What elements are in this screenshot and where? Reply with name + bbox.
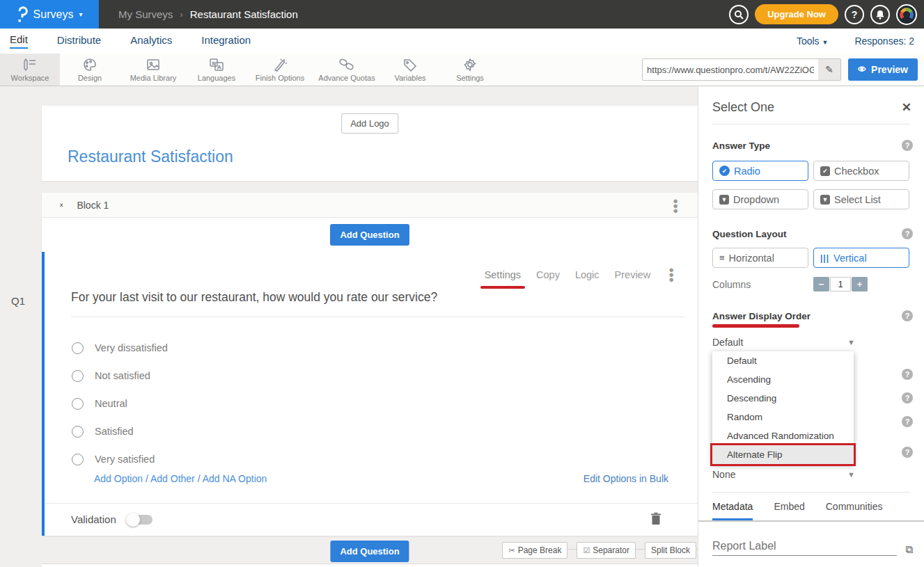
- help-icon[interactable]: ?: [845, 5, 864, 24]
- answer-type-radio-button[interactable]: ✔Radio: [712, 161, 808, 181]
- tab-communities[interactable]: Communities: [826, 501, 883, 520]
- columns-value-input[interactable]: [830, 277, 851, 292]
- edit-url-pencil-icon[interactable]: ✎: [818, 59, 840, 80]
- magic-wand-icon: [272, 58, 288, 72]
- add-logo-button[interactable]: Add Logo: [341, 113, 398, 134]
- user-avatar[interactable]: [896, 4, 917, 25]
- tools-dropdown[interactable]: Tools ▼: [797, 35, 829, 47]
- answer-display-order-help-icon[interactable]: ?: [902, 310, 913, 321]
- validation-toggle[interactable]: [127, 515, 152, 525]
- add-question-button-top[interactable]: Add Question: [330, 224, 409, 246]
- add-question-button-bottom[interactable]: Add Question: [330, 541, 409, 562]
- tab-analytics[interactable]: Analytics: [130, 34, 172, 48]
- answer-option-row: Neutral: [72, 390, 168, 417]
- columns-minus-button[interactable]: −: [813, 277, 829, 292]
- hidden-setting-help-icon[interactable]: ?: [902, 447, 913, 458]
- toolbar-item-languages[interactable]: xA Languages: [187, 54, 246, 86]
- upgrade-now-button[interactable]: Upgrade Now: [755, 4, 838, 24]
- expand-icon[interactable]: ⧉: [905, 543, 913, 556]
- tab-integration[interactable]: Integration: [201, 34, 251, 48]
- question-tab-logic[interactable]: Logic: [575, 269, 600, 280]
- dropdown-item-default[interactable]: Default: [712, 351, 854, 370]
- toolbar-item-finish-options[interactable]: Finish Options: [246, 54, 313, 86]
- tab-metadata[interactable]: Metadata: [712, 501, 753, 520]
- hidden-setting-help-icon[interactable]: ?: [902, 416, 913, 427]
- radio-check-icon: ✔: [719, 166, 730, 176]
- question-tab-settings[interactable]: Settings: [485, 269, 521, 280]
- answer-type-select-list-button[interactable]: ▼Select List: [813, 189, 909, 209]
- dropdown-item-advanced-randomization[interactable]: Advanced Randomization: [712, 426, 854, 445]
- collapse-block-icon[interactable]: ⌄⌃: [58, 200, 64, 210]
- notifications-bell-icon[interactable]: [870, 5, 890, 24]
- survey-url-box: ✎: [642, 58, 841, 81]
- split-block-button[interactable]: Split Block: [645, 542, 696, 559]
- toolbar-item-workspace[interactable]: Workspace: [0, 54, 60, 86]
- answer-display-order-select[interactable]: Default ▼: [712, 337, 855, 348]
- chevron-down-icon: ▼: [847, 338, 855, 346]
- close-panel-icon[interactable]: ✕: [902, 100, 911, 115]
- search-icon[interactable]: [729, 5, 749, 24]
- chevron-down-icon: ▾: [79, 10, 82, 18]
- brand-label: Surveys: [33, 8, 74, 21]
- radio-button-icon[interactable]: [72, 426, 84, 438]
- toolbar-item-settings[interactable]: Settings: [440, 54, 500, 86]
- radio-button-icon[interactable]: [72, 342, 84, 354]
- breadcrumb-current: Restaurant Satisfaction: [190, 8, 298, 20]
- chain-link-icon: [338, 58, 355, 72]
- gear-icon: [462, 58, 478, 72]
- chevron-down-icon: ▼: [847, 470, 855, 479]
- layout-horizontal-button[interactable]: ≡Horizontal: [712, 248, 808, 268]
- answer-type-checkbox-button[interactable]: ✔Checkbox: [813, 161, 909, 181]
- block-name[interactable]: Block 1: [77, 200, 109, 211]
- separator-button[interactable]: ☑Separator: [577, 542, 636, 559]
- answer-type-dropdown-button[interactable]: ▼Dropdown: [712, 189, 808, 209]
- none-select[interactable]: None ▼: [712, 469, 855, 480]
- question-menu-icon[interactable]: ●●●: [668, 267, 674, 282]
- block-menu-icon[interactable]: ●●●: [673, 198, 678, 213]
- app-logo-menu[interactable]: Surveys ▾: [0, 0, 99, 29]
- question-layout-help-icon[interactable]: ?: [902, 228, 913, 239]
- tab-edit[interactable]: Edit: [10, 33, 28, 49]
- tab-embed[interactable]: Embed: [774, 501, 804, 520]
- radio-button-icon[interactable]: [72, 398, 84, 410]
- add-other-link[interactable]: Add Other: [150, 473, 195, 484]
- survey-title[interactable]: Restaurant Satisfaction: [68, 147, 233, 166]
- add-na-option-link[interactable]: Add NA Option: [203, 473, 267, 484]
- tag-icon: [402, 58, 418, 72]
- hidden-setting-help-icon[interactable]: ?: [902, 369, 913, 380]
- preview-button[interactable]: 👁 Preview: [848, 58, 918, 81]
- tab-distribute[interactable]: Distribute: [57, 34, 101, 48]
- dropdown-item-alternate-flip[interactable]: Alternate Flip: [712, 445, 854, 464]
- block-header: ⌄⌃ Block 1 ●●●: [42, 193, 698, 218]
- answer-type-help-icon[interactable]: ?: [902, 140, 913, 151]
- edit-options-in-bulk-link[interactable]: Edit Options in Bulk: [584, 473, 668, 484]
- columns-plus-button[interactable]: +: [852, 277, 868, 292]
- toolbar-item-media-library[interactable]: Media Library: [120, 54, 187, 86]
- question-tab-copy[interactable]: Copy: [536, 269, 560, 280]
- delete-question-trash-icon[interactable]: [650, 512, 661, 528]
- question-layout-label: Question Layout: [712, 229, 787, 239]
- toolbar-item-variables[interactable]: Variables: [380, 54, 440, 86]
- dropdown-item-ascending[interactable]: Ascending: [712, 370, 854, 389]
- question-text[interactable]: For your last visit to our restaurant, h…: [71, 290, 437, 305]
- toolbar-item-advance-quotas[interactable]: Advance Quotas: [313, 54, 380, 86]
- display-order-dropdown: Default Ascending Descending Random Adva…: [712, 351, 854, 464]
- page-break-button[interactable]: ✂Page Break: [502, 542, 567, 559]
- breadcrumb-my-surveys[interactable]: My Surveys: [118, 8, 173, 20]
- radio-button-icon[interactable]: [72, 454, 84, 465]
- report-label-input[interactable]: [712, 537, 897, 556]
- answer-option-row: Very dissatisfied: [72, 334, 168, 362]
- radio-button-icon[interactable]: [72, 370, 84, 382]
- validation-row: Validation: [71, 513, 152, 525]
- add-option-link[interactable]: Add Option: [94, 473, 143, 484]
- dropdown-item-random[interactable]: Random: [712, 408, 854, 426]
- block-footer-bar: Add Question ✂Page Break ☑Separator Spli…: [42, 536, 698, 564]
- layout-vertical-button[interactable]: |||Vertical: [813, 248, 909, 268]
- dropdown-item-descending[interactable]: Descending: [712, 389, 854, 408]
- survey-url-input[interactable]: [643, 65, 818, 75]
- question-tab-preview[interactable]: Preview: [615, 269, 651, 280]
- responses-count[interactable]: Responses: 2: [854, 35, 914, 47]
- toolbar-item-design[interactable]: Design: [60, 54, 120, 86]
- hidden-setting-help-icon[interactable]: ?: [902, 392, 913, 404]
- eye-icon: 👁: [858, 65, 866, 74]
